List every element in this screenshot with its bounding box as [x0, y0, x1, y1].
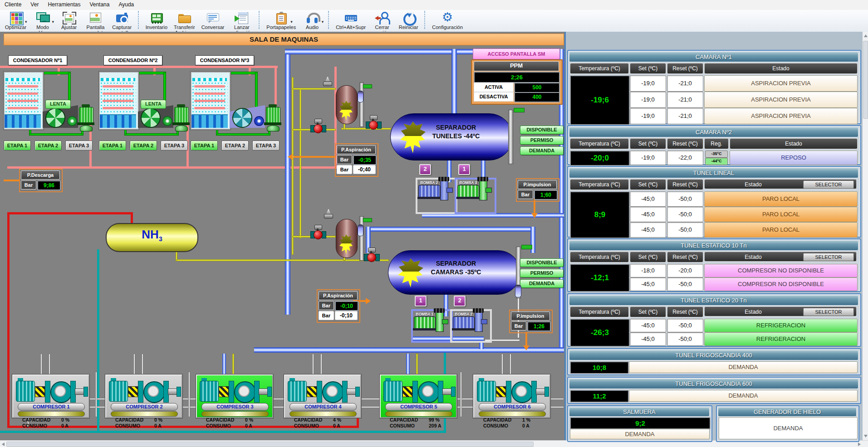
etapa-button[interactable]: ETAPA 1: [4, 141, 31, 151]
service-section-header[interactable]: CAMARA Nº2: [569, 127, 858, 137]
fan-icon[interactable]: [232, 108, 252, 128]
set-value-cell[interactable]: -45;0: [630, 207, 666, 222]
toolbar-button-optimize-grid[interactable]: ▾Optimizar: [2, 10, 29, 31]
valve-body[interactable]: [367, 253, 376, 262]
service-section-header[interactable]: TUNEL ESTATICO 10 Tn: [569, 240, 858, 251]
etapa-button[interactable]: ETAPA 3: [252, 141, 280, 151]
toolbar-button-keyboard[interactable]: Ctrl+Alt+Supr: [333, 10, 369, 31]
fan-icon[interactable]: [141, 108, 161, 128]
col-header-set: Set (ºC): [630, 179, 666, 190]
fan-icon[interactable]: [45, 108, 65, 128]
reset-value-cell[interactable]: -21;0: [667, 92, 703, 108]
toolbar-button-restart-arrow[interactable]: Reiniciar: [395, 10, 422, 31]
compressor-panel[interactable]: COMPRESOR 2: [105, 374, 182, 418]
service-section-header[interactable]: TUNEL FRIGOSCANDIA 600: [569, 379, 858, 389]
toolbar-button-headphones[interactable]: ▾Audio: [299, 10, 325, 31]
chevron-down-icon[interactable]: ▾: [52, 19, 54, 24]
reset-value-cell[interactable]: -21;0: [667, 75, 703, 92]
pipe-bv: [406, 354, 410, 374]
separator-permiso-button[interactable]: PERMISO: [520, 269, 564, 277]
toolbar-button-fit-image[interactable]: Ajustar: [56, 10, 82, 31]
service-section-header[interactable]: GENERADOR DE HIELO: [718, 407, 857, 417]
chevron-down-icon[interactable]: ▾: [290, 19, 293, 24]
reset-value-cell[interactable]: -50;0: [667, 222, 703, 238]
reset-value-cell[interactable]: -21;0: [667, 108, 703, 124]
set-value-cell[interactable]: -19;0: [630, 75, 666, 92]
menu-item-herramientas[interactable]: Herramientas: [43, 0, 85, 9]
reset-value-cell[interactable]: -50;0: [667, 277, 703, 291]
menu-item-cliente[interactable]: Cliente: [0, 0, 26, 9]
etapa-button[interactable]: ETAPA 3: [161, 141, 188, 151]
reset-value-cell[interactable]: -50;0: [667, 332, 703, 346]
compressor-panel[interactable]: COMPRESOR 5: [380, 374, 457, 418]
reg-option-44[interactable]: -44ºC: [705, 158, 728, 165]
menu-item-ver[interactable]: Ver: [26, 0, 43, 9]
service-section-header[interactable]: CAMARA Nº1: [569, 52, 858, 62]
service-section-header[interactable]: TUNEL FRIGOSCANDIA 400: [569, 350, 858, 360]
scroll-up-icon[interactable]: [864, 34, 868, 37]
toolbar-button-circuit-board[interactable]: Inventario: [142, 10, 171, 31]
etapa-button[interactable]: ETAPA 1: [191, 141, 218, 151]
toolbar-button-clipboard[interactable]: ▾Portapapeles: [263, 10, 299, 31]
separator-demanda-button[interactable]: DEMANDA: [520, 279, 564, 288]
chevron-down-icon[interactable]: ▾: [25, 19, 27, 24]
chevron-down-icon[interactable]: ▾: [322, 19, 324, 24]
service-section-header[interactable]: SALMUERA: [569, 407, 710, 417]
set-value-cell[interactable]: -45;0: [630, 222, 666, 238]
set-value-cell[interactable]: -19;0: [630, 151, 666, 165]
set-value-cell[interactable]: -45;0: [630, 277, 666, 291]
valve-body[interactable]: [314, 230, 323, 239]
separator-permiso-button[interactable]: PERMISO: [520, 136, 564, 145]
valve-body[interactable]: [314, 124, 323, 133]
toolbar-button-chat-bubble[interactable]: Conversar: [198, 10, 228, 31]
etapa-button[interactable]: ETAPA 2: [130, 141, 157, 151]
separator-demanda-button[interactable]: DEMANDA: [520, 146, 564, 155]
valve-body[interactable]: [369, 121, 378, 130]
scroll-left-icon[interactable]: [2, 442, 5, 446]
selector-button[interactable]: SELECTOR: [803, 180, 854, 189]
reset-value-cell[interactable]: -50;0: [667, 207, 703, 222]
set-value-cell[interactable]: -19;0: [630, 108, 666, 124]
reg-option-35[interactable]: -35ºC: [705, 151, 728, 158]
horizontal-scroll-thumb[interactable]: [6, 442, 534, 447]
compressor-panel[interactable]: COMPRESOR 1: [12, 374, 89, 418]
set-value-cell[interactable]: -45;0: [630, 191, 666, 207]
compressor-panel[interactable]: COMPRESOR 6: [473, 374, 550, 418]
menu-item-ayuda[interactable]: Ayuda: [114, 0, 138, 9]
compressor-panel[interactable]: COMPRESOR 3: [196, 374, 273, 418]
toolbar-button-gear[interactable]: ⚙Configuración: [429, 10, 466, 31]
service-section-header[interactable]: TUNEL LINEAL: [569, 168, 858, 178]
selector-button[interactable]: SELECTOR: [803, 308, 854, 316]
pump-motor[interactable]: [453, 316, 475, 329]
service-section-header[interactable]: TUNEL ESTATICO 20 Tn: [569, 295, 858, 306]
pump-motor[interactable]: [414, 316, 436, 329]
separator-disponible-button[interactable]: DISPONIBLE: [520, 258, 564, 267]
reset-value-cell[interactable]: -50;0: [667, 191, 703, 207]
scroll-down-icon[interactable]: [864, 435, 868, 437]
set-value-cell[interactable]: -19;0: [630, 92, 666, 108]
vertical-scroll-thumb[interactable]: [863, 41, 868, 119]
selector-button[interactable]: SELECTOR: [803, 253, 854, 261]
separator-disponible-button[interactable]: DISPONIBLE: [520, 126, 564, 134]
pump-motor[interactable]: [174, 107, 189, 123]
vertical-scrollbar[interactable]: [863, 32, 868, 440]
menu-item-ventana[interactable]: Ventana: [85, 0, 114, 9]
etapa-button[interactable]: ETAPA 3: [65, 141, 93, 151]
set-value-cell[interactable]: -45;0: [630, 319, 666, 332]
acceso-pantalla-button[interactable]: ACCESO PANTALLA SM: [473, 49, 560, 59]
pump-motor[interactable]: [79, 107, 93, 123]
etapa-button[interactable]: ETAPA 1: [99, 141, 126, 151]
pump-motor[interactable]: [457, 185, 479, 198]
nh3-tank[interactable]: NH3: [106, 223, 198, 252]
pump-motor[interactable]: [266, 107, 280, 123]
pump-motor[interactable]: [418, 185, 440, 198]
scroll-right-icon[interactable]: [858, 442, 861, 446]
set-value-cell[interactable]: -45;0: [630, 332, 666, 346]
etapa-button[interactable]: ETAPA 2: [34, 141, 62, 151]
etapa-button[interactable]: ETAPA 2: [221, 141, 249, 151]
reset-value-cell[interactable]: -22;0: [667, 151, 703, 165]
reset-value-cell[interactable]: -20;0: [667, 264, 703, 277]
compressor-panel[interactable]: COMPRESOR 4: [284, 374, 361, 418]
set-value-cell[interactable]: -18;0: [630, 264, 666, 277]
reset-value-cell[interactable]: -50;0: [667, 319, 703, 332]
